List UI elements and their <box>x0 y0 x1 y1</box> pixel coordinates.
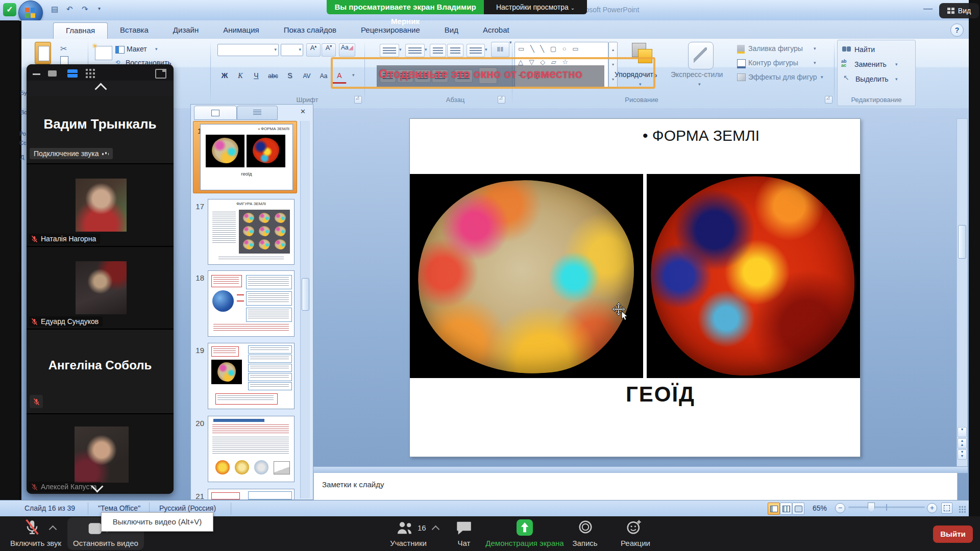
scroll-down-button[interactable]: ▼ <box>958 427 967 437</box>
save-button[interactable]: ▤ <box>51 5 58 14</box>
thumbnails-scrollbar-thumb[interactable] <box>302 278 309 311</box>
thumbnail-slide-21[interactable] <box>208 489 295 499</box>
previous-slide-button[interactable]: ▲▲ <box>958 438 967 448</box>
mic-options-chevron[interactable] <box>49 525 57 534</box>
notes-pane[interactable]: Заметки к слайду <box>313 472 958 501</box>
thumbnail-slide-19[interactable] <box>208 343 295 409</box>
gallery-strip-view-icon[interactable] <box>67 69 78 78</box>
video-tile-active[interactable]: Вадим Трынкаль Подключение звука <box>27 96 174 164</box>
quick-styles-button[interactable]: Экспресс-стили <box>671 70 723 79</box>
thumbnail-slide-16[interactable]: • ФОРМА ЗЕМЛІ геоїд <box>200 124 293 190</box>
tab-2[interactable]: Дизайн <box>161 22 211 39</box>
share-screen-icon[interactable] <box>517 519 533 536</box>
speaker-view-icon[interactable] <box>48 70 57 77</box>
increase-indent-button[interactable] <box>447 44 463 57</box>
editor-scrollbar[interactable]: ▼ ▲▲ ▼▼ <box>957 118 968 468</box>
collapse-up-icon[interactable] <box>96 85 105 93</box>
fit-to-window-button[interactable] <box>941 503 952 514</box>
qat-customize-button[interactable]: ▾ <box>98 6 101 11</box>
thumbnails-scrollbar[interactable] <box>300 121 310 498</box>
participants-chevron[interactable] <box>432 525 440 534</box>
select-button[interactable]: Выделить <box>855 75 889 83</box>
text-direction-button[interactable]: ⅡⅡ <box>491 42 509 57</box>
font-style-button-4[interactable]: S <box>283 69 297 82</box>
help-button[interactable]: ? <box>950 23 964 37</box>
popout-icon[interactable] <box>155 69 166 79</box>
tab-outline[interactable] <box>237 106 278 120</box>
paragraph-dialog-launcher[interactable] <box>498 96 505 104</box>
tab-1[interactable]: Вставка <box>108 22 161 39</box>
tab-5[interactable]: Рецензирование <box>349 22 432 39</box>
share-screen-button[interactable]: Демонстрация экрана <box>474 539 576 547</box>
font-dialog-launcher[interactable] <box>354 96 362 104</box>
tab-6[interactable]: Вид <box>432 22 471 39</box>
record-button[interactable]: Запись <box>565 539 605 547</box>
participants-button[interactable]: Участники <box>378 539 439 547</box>
zoom-view-button[interactable]: Вид <box>939 3 979 18</box>
shape-effects-button[interactable]: Эффекты для фигур <box>748 73 817 81</box>
collapse-down-icon[interactable] <box>93 482 102 491</box>
video-tile[interactable]: Алексей Капуста <box>27 414 174 494</box>
shape-fill-button[interactable]: Заливка фигуры <box>748 44 803 53</box>
numbering-button[interactable] <box>405 44 425 57</box>
font-style-button-3[interactable]: abc <box>265 70 281 82</box>
minimize-button[interactable]: — <box>922 3 934 13</box>
zoom-slider-thumb[interactable] <box>868 503 875 512</box>
redo-button[interactable]: ↷ <box>82 5 88 14</box>
grow-font-button[interactable]: А▴ <box>306 43 321 57</box>
font-style-button-2[interactable]: Ч <box>249 69 263 82</box>
zoom-out-button[interactable]: − <box>835 503 845 513</box>
font-style-button-0[interactable]: Ж <box>217 69 232 82</box>
font-style-button-1[interactable]: К <box>233 70 248 82</box>
font-size-combobox[interactable] <box>281 44 303 56</box>
language-indicator[interactable]: Русский (Россия) <box>159 504 216 512</box>
tab-3[interactable]: Анимация <box>211 22 271 39</box>
tab-7[interactable]: Acrobat <box>471 22 522 39</box>
record-icon[interactable] <box>578 519 593 535</box>
font-style-button-6[interactable]: Aa <box>316 70 331 82</box>
grid-view-icon[interactable] <box>86 69 95 78</box>
theme-name[interactable]: "Тема Office" <box>98 504 140 512</box>
find-button[interactable]: Найти <box>854 45 875 54</box>
shape-outline-button[interactable]: Контур фигуры <box>748 59 798 67</box>
leave-button[interactable]: Выйти <box>933 525 973 543</box>
mute-button[interactable]: Включить звук <box>0 539 71 547</box>
view-options-dropdown[interactable]: Настройки просмотра ⌄ <box>484 0 587 14</box>
slide-canvas[interactable]: • ФОРМА ЗЕМЛІ ГЕОЇД <box>409 118 861 457</box>
clear-formatting-button[interactable]: Аа◢ <box>339 43 355 57</box>
tab-4[interactable]: Показ слайдов <box>272 22 349 39</box>
paste-button[interactable] <box>32 42 55 67</box>
reactions-button[interactable]: Реакции <box>612 539 658 547</box>
cut-button[interactable]: ✂ <box>60 44 67 54</box>
thumbnail-slide-20[interactable] <box>208 416 295 482</box>
line-spacing-button[interactable] <box>467 44 485 57</box>
thumbnail-slide-17[interactable]: ФИГУРА ЗЕМЛІ <box>208 199 295 265</box>
mic-muted-icon[interactable] <box>23 518 41 536</box>
close-pane-icon[interactable]: ✕ <box>300 108 306 115</box>
replace-button[interactable]: Заменить <box>854 60 887 68</box>
video-tile[interactable]: Наталія Нагорна <box>27 164 174 247</box>
minimize-panel-icon[interactable] <box>33 73 40 75</box>
video-tile[interactable]: Едуард Сундуков <box>27 247 174 330</box>
slide-sorter-button[interactable] <box>780 503 792 515</box>
normal-view-button[interactable] <box>768 503 780 515</box>
next-slide-button[interactable]: ▼▼ <box>958 449 967 460</box>
shrink-font-button[interactable]: А▾ <box>322 43 336 57</box>
bullets-button[interactable] <box>380 44 399 57</box>
chat-icon[interactable] <box>456 520 472 535</box>
editor-scrollbar-thumb[interactable] <box>958 225 966 259</box>
resize-grip[interactable] <box>959 506 966 513</box>
decrease-indent-button[interactable] <box>430 44 446 57</box>
zoom-in-button[interactable]: + <box>927 503 937 513</box>
font-style-button-5[interactable]: AV <box>299 70 315 82</box>
slideshow-view-button[interactable] <box>792 503 804 515</box>
layout-button[interactable]: Макет <box>127 45 147 53</box>
drawing-dialog-launcher[interactable] <box>825 96 832 104</box>
tab-0[interactable]: Главная <box>53 22 108 39</box>
zoom-level[interactable]: 65% <box>813 504 827 512</box>
tab-slides-thumbnails[interactable] <box>194 106 237 120</box>
reactions-icon[interactable] <box>626 519 642 535</box>
thumbnail-slide-18[interactable] <box>208 270 295 337</box>
participants-icon[interactable] <box>396 520 414 536</box>
new-slide-button[interactable]: ✳ <box>91 42 114 67</box>
